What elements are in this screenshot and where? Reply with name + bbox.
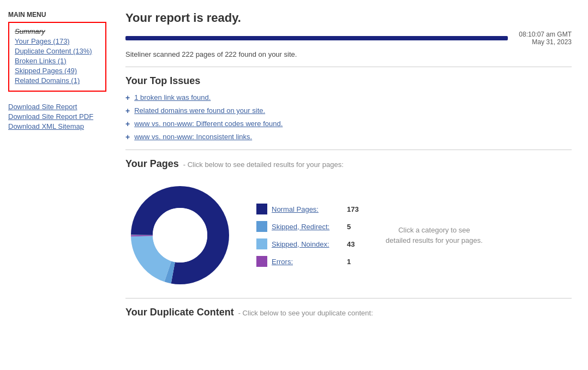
issue-item-4: + www vs. non-www: Inconsistent links.: [125, 133, 572, 141]
legend-label-redirect[interactable]: Skipped, Redirect:: [272, 223, 343, 231]
issue-text-3[interactable]: www vs. non-www: Different codes were fo…: [134, 120, 283, 128]
pages-content: Normal Pages: 173 Skipped, Redirect: 5 S…: [125, 181, 572, 290]
sidebar-menu-box: Summary Your Pages (173) Duplicate Conte…: [8, 22, 106, 92]
chart-legend: Normal Pages: 173 Skipped, Redirect: 5 S…: [256, 204, 363, 267]
category-hint: Click a category to see detailed results…: [385, 225, 483, 246]
legend-item-normal[interactable]: Normal Pages: 173: [256, 204, 363, 214]
legend-label-normal[interactable]: Normal Pages:: [272, 205, 343, 213]
legend-label-noindex[interactable]: Skipped, Noindex:: [272, 240, 343, 248]
issue-item-3: + www vs. non-www: Different codes were …: [125, 120, 572, 128]
sidebar-item-broken-links[interactable]: Broken Links (1): [15, 57, 100, 65]
issue-text-1[interactable]: 1 broken link was found.: [134, 93, 211, 102]
duplicate-content-subtitle: - Click below to see your duplicate cont…: [238, 309, 373, 317]
legend-color-noindex: [256, 238, 267, 249]
issue-plus-2: +: [125, 106, 130, 115]
duplicate-content-title: Your Duplicate Content: [125, 307, 234, 318]
legend-value-errors: 1: [347, 258, 363, 266]
issue-text-2[interactable]: Related domains were found on your site.: [134, 106, 265, 115]
main-menu-label: MAIN MENU: [8, 11, 106, 19]
legend-item-redirect[interactable]: Skipped, Redirect: 5: [256, 221, 363, 232]
download-site-report-pdf-link[interactable]: Download Site Report PDF: [8, 112, 106, 121]
sidebar: MAIN MENU Summary Your Pages (173) Dupli…: [0, 0, 115, 370]
divider-3: [125, 298, 572, 299]
top-issues-title: Your Top Issues: [125, 75, 572, 87]
sidebar-item-duplicate-content[interactable]: Duplicate Content (13%): [15, 47, 100, 55]
sidebar-item-related-domains[interactable]: Related Domains (1): [15, 76, 100, 85]
legend-label-errors[interactable]: Errors:: [272, 258, 343, 266]
sidebar-item-your-pages[interactable]: Your Pages (173): [15, 37, 100, 45]
sidebar-item-skipped-pages[interactable]: Skipped Pages (49): [15, 67, 100, 75]
legend-value-noindex: 43: [347, 240, 363, 248]
timestamp-line1: 08:10:07 am GMT: [519, 31, 572, 38]
sidebar-downloads: Download Site Report Download Site Repor…: [8, 103, 106, 130]
scan-info: Siteliner scanned 222 pages of 222 found…: [125, 50, 572, 58]
svg-point-5: [153, 208, 207, 262]
legend-value-normal: 173: [347, 205, 363, 213]
legend-item-noindex[interactable]: Skipped, Noindex: 43: [256, 238, 363, 249]
legend-value-redirect: 5: [347, 223, 363, 231]
issue-plus-3: +: [125, 120, 130, 128]
report-title: Your report is ready.: [125, 11, 572, 25]
download-xml-sitemap-link[interactable]: Download XML Sitemap: [8, 122, 106, 130]
legend-color-errors: [256, 256, 267, 267]
divider-1: [125, 67, 572, 67]
main-content: Your report is ready. 08:10:07 am GMT Ma…: [115, 0, 588, 370]
progress-bar-container: 08:10:07 am GMT May 31, 2023: [125, 31, 572, 46]
your-pages-title: Your Pages: [125, 158, 179, 170]
your-pages-subtitle: - Click below to see detailed results fo…: [183, 160, 344, 169]
legend-color-normal: [256, 204, 267, 214]
divider-2: [125, 150, 572, 150]
issues-list: + 1 broken link was found. + Related dom…: [125, 93, 572, 141]
issue-plus-1: +: [125, 93, 130, 102]
duplicate-content-header: Your Duplicate Content - Click below to …: [125, 307, 572, 318]
legend-item-errors[interactable]: Errors: 1: [256, 256, 363, 267]
issue-plus-4: +: [125, 133, 130, 141]
issue-item-1: + 1 broken link was found.: [125, 93, 572, 102]
issue-item-2: + Related domains were found on your sit…: [125, 106, 572, 115]
progress-bar: [125, 36, 508, 40]
donut-chart[interactable]: [125, 181, 235, 290]
timestamp-line2: May 31, 2023: [532, 38, 572, 46]
scan-timestamp: 08:10:07 am GMT May 31, 2023: [519, 31, 572, 46]
download-site-report-link[interactable]: Download Site Report: [8, 103, 106, 111]
your-pages-header: Your Pages - Click below to see detailed…: [125, 158, 572, 170]
issue-text-4[interactable]: www vs. non-www: Inconsistent links.: [134, 133, 252, 141]
sidebar-item-summary[interactable]: Summary: [15, 27, 100, 35]
legend-color-redirect: [256, 221, 267, 232]
